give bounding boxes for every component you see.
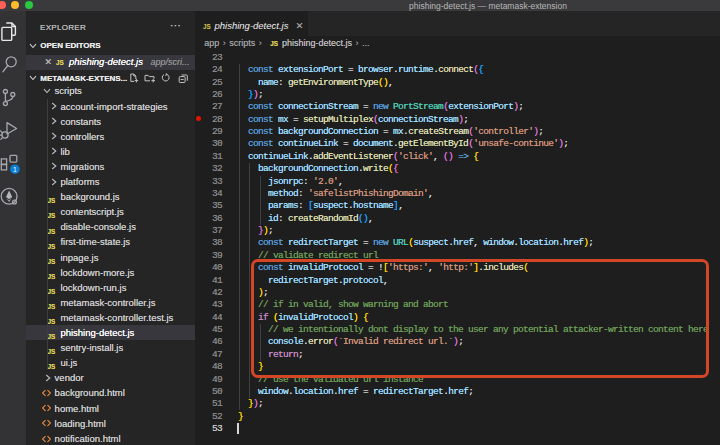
svg-text:1: 1 (13, 166, 17, 173)
